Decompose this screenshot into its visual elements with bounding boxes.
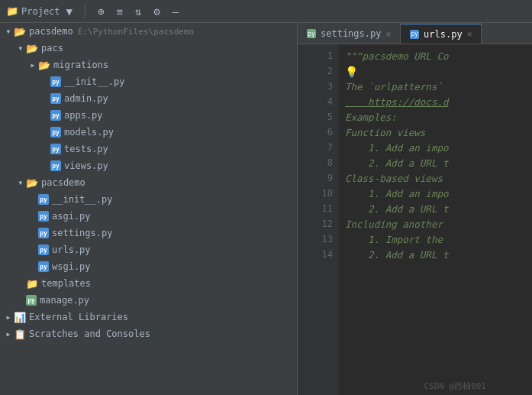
sidebar-item-scratches[interactable]: 📋 Scratches and Consoles [0,325,297,342]
sidebar-item-views[interactable]: py views.py [0,157,297,174]
settings-label: settings.py [52,228,112,238]
root-folder-icon: 📂 [14,26,26,37]
toolbar-project-section: 📁 Project ▼ [6,4,76,19]
add-icon[interactable]: ⊕ [95,4,107,19]
sidebar-item-asgi[interactable]: py asgi.py [0,208,297,225]
gear-icon[interactable]: ⚙ [150,4,163,19]
asgi-label: asgi.py [52,211,91,222]
init2-file-icon: py [38,194,49,205]
minimize-icon[interactable]: — [169,4,182,19]
line-num-14: 14 [308,248,333,263]
sort-icon[interactable]: ⇅ [132,4,144,19]
code-text-3: The `urlpatterns` [345,79,443,95]
project-folder-icon: 📁 [6,5,18,17]
line-num-2: 2 [308,64,333,79]
sidebar-item-urls[interactable]: py urls.py [0,241,297,258]
apps-file-icon: py [50,110,61,121]
pacs-folder-icon: 📂 [26,43,38,54]
line-num-12: 12 [308,217,333,232]
scratches-arrow-icon [3,331,14,338]
sidebar-item-tests[interactable]: py tests.py [0,141,297,157]
admin-label: admin.py [64,93,108,104]
sidebar-item-pacs[interactable]: 📂 pacs [0,40,297,57]
code-line-12: Including another [345,217,526,232]
scratches-icon: 📋 [14,329,26,340]
code-line-13: 1. Import the [345,232,526,248]
lightbulb-icon[interactable]: 💡 [345,63,358,80]
line-num-11: 11 [308,202,333,217]
line-num-7: 7 [308,141,333,156]
templates-folder-icon: 📁 [26,278,38,290]
code-line-1: """pacsdemo URL Co [345,49,526,64]
wsgi-label: wsgi.py [52,261,91,272]
pacsdemo-sub-label: pacsdemo [41,177,85,188]
code-text-1: """pacsdemo URL Co [345,49,448,64]
sidebar-item-manage[interactable]: py manage.py [0,292,297,309]
sidebar-item-ext-libs[interactable]: 📊 External Libraries [0,309,297,325]
urls-tab-icon: py [410,30,419,39]
manage-file-icon: py [26,295,37,306]
code-text-12: Including another [345,217,443,232]
code-text-5: Examples: [345,110,397,125]
code-text-14: 2. Add a URL t [345,248,448,263]
code-text-10: 1. Add an impo [345,186,448,202]
line-num-10: 10 [308,186,333,202]
tab-bar: py settings.py ✕ py urls.py ✕ [298,23,532,44]
sidebar-item-pacsdemo-sub[interactable]: 📂 pacsdemo [0,174,297,191]
sidebar-item-apps[interactable]: py apps.py [0,107,297,124]
manage-label: manage.py [40,295,89,306]
line-num-5: 5 [308,110,333,125]
ext-libs-label: External Libraries [29,312,128,322]
sidebar-item-init1[interactable]: py __init__.py [0,73,297,90]
tab-settings[interactable]: py settings.py ✕ [298,24,401,44]
code-content[interactable]: """pacsdemo URL Co 💡 The `urlpatterns` h… [339,44,532,395]
code-editor: 1 2 3 4 5 6 7 8 9 10 11 12 13 14 """pacs… [298,44,532,395]
code-line-4: https://docs.d [345,95,526,110]
sidebar-item-wsgi[interactable]: py wsgi.py [0,258,297,275]
pacsdemo-sub-folder-icon: 📂 [26,177,38,189]
tab-urls[interactable]: py urls.py ✕ [401,24,482,44]
sidebar-item-init2[interactable]: py __init__.py [0,191,297,208]
admin-file-icon: py [50,93,61,104]
sidebar-item-admin[interactable]: py admin.py [0,90,297,107]
code-line-14: 2. Add a URL t [345,248,526,263]
sidebar-item-models[interactable]: py models.py [0,124,297,141]
urls-file-icon: py [38,244,49,255]
main-area: 📂 pacsdemo E:\PythonFiles\pacsdemo 📂 pac… [0,23,532,395]
line-num-3: 3 [308,79,333,95]
toolbar: 📁 Project ▼ ⊕ ≡ ⇅ ⚙ — [0,0,532,23]
root-label: pacsdemo [29,26,73,37]
urls-tab-label: urls.py [424,29,463,40]
code-line-8: 2. Add a URL t [345,156,526,171]
settings-tab-close[interactable]: ✕ [385,29,391,39]
line-num-1: 1 [308,49,333,64]
toolbar-divider-1 [85,5,85,18]
code-line-7: 1. Add an impo [345,141,526,156]
root-arrow-icon [3,28,14,35]
ext-libs-arrow-icon [3,314,14,321]
code-text-11: 2. Add a URL t [345,202,448,217]
views-file-icon: py [50,160,61,171]
code-line-6: Function views [345,125,526,141]
asgi-file-icon: py [38,211,49,222]
code-text-8: 2. Add a URL t [345,156,448,171]
project-dropdown-icon[interactable]: ▼ [63,4,76,19]
tests-label: tests.py [64,144,108,154]
code-text-13: 1. Import the [345,232,443,248]
scratches-label: Scratches and Consoles [29,329,150,339]
migrations-arrow-icon [27,62,38,69]
sidebar-item-settings[interactable]: py settings.py [0,225,297,241]
align-icon[interactable]: ≡ [113,4,125,19]
root-path: E:\PythonFiles\pacsdemo [78,27,194,37]
code-text-4: https://docs.d [345,95,448,110]
urls-tab-close[interactable]: ✕ [467,29,472,39]
sidebar-item-migrations[interactable]: 📂 migrations [0,57,297,73]
init2-label: __init__.py [52,194,112,205]
line-num-9: 9 [308,171,333,186]
models-label: models.py [64,127,114,138]
settings-file-icon: py [38,228,49,238]
sidebar-item-templates[interactable]: 📁 templates [0,275,297,292]
settings-tab-label: settings.py [321,28,381,39]
sidebar-item-root[interactable]: 📂 pacsdemo E:\PythonFiles\pacsdemo [0,23,297,40]
code-line-3: The `urlpatterns` [345,79,526,95]
